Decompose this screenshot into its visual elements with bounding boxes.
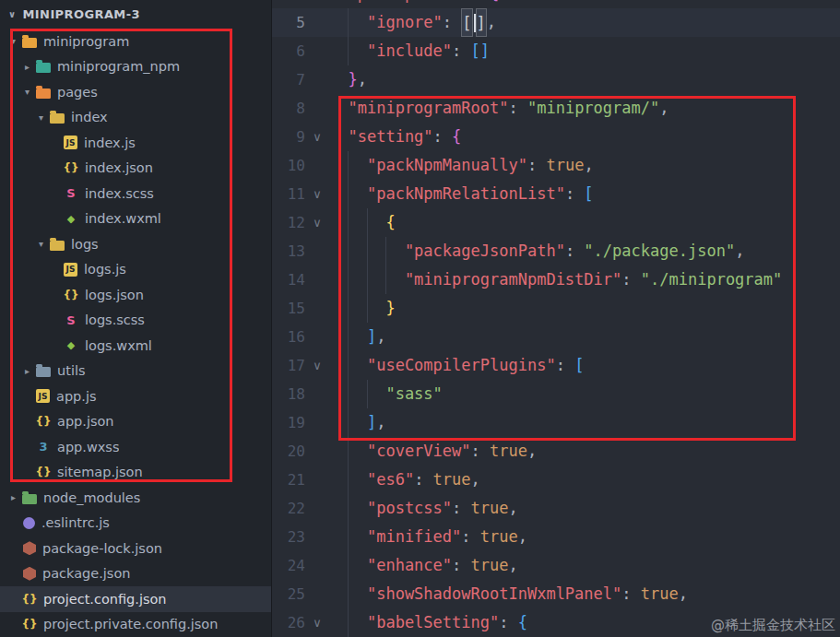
code-line-15[interactable]: 15}	[272, 294, 840, 323]
line-number: 4	[272, 0, 305, 8]
token: "showShadowRootInWxmlPanel"	[367, 580, 621, 608]
sidebar-item-miniprogram[interactable]: ▾miniprogram	[0, 29, 271, 54]
line-number: 18	[272, 380, 305, 408]
sidebar-item-miniprogram-npm[interactable]: ▸miniprogram_npm	[0, 54, 271, 80]
indent-guide	[329, 265, 348, 294]
sidebar-item-utils[interactable]: ▸utils	[0, 359, 271, 384]
token: ,	[679, 580, 688, 608]
code-line-6[interactable]: 6"include": []	[272, 37, 840, 65]
line-number: 6	[272, 37, 305, 65]
chevron-down-icon: ▾	[21, 87, 33, 97]
sidebar-item-app-wxss[interactable]: 3app.wxss	[0, 434, 271, 460]
token: :	[452, 494, 470, 523]
indent-guide	[329, 237, 348, 265]
sidebar-item-logs-js[interactable]: JSlogs.js	[0, 257, 271, 283]
sidebar-item-project-config-json[interactable]: {}project.config.json	[0, 586, 271, 612]
token: ,	[509, 494, 518, 523]
indent-guide	[348, 437, 366, 466]
sidebar-item-sitemap-json[interactable]: {}sitemap.json	[0, 460, 271, 486]
explorer-section-header[interactable]: ∨ MINIPROGRAM-3	[0, 0, 271, 29]
sidebar-item-node-modules[interactable]: ▸node_modules	[0, 485, 271, 511]
fold-chevron-icon[interactable]: ∨	[305, 608, 329, 637]
code-line-25[interactable]: 25"showShadowRootInWxmlPanel": true,	[272, 580, 840, 608]
code-line-11[interactable]: 11∨"packNpmRelationList": [	[272, 180, 840, 208]
code-line-24[interactable]: 24"enhance": true,	[272, 551, 840, 580]
code-text: "sass"	[329, 380, 443, 408]
code-line-7[interactable]: 7},	[272, 65, 840, 94]
file-name: utils	[57, 363, 86, 378]
code-line-4[interactable]: 4"packOptions": {	[272, 0, 840, 8]
sidebar-item-index-json[interactable]: {}index.json	[0, 156, 271, 182]
code-line-13[interactable]: 13"packageJsonPath": "./package.json",	[272, 237, 840, 265]
fold-chevron-icon[interactable]: ∨	[305, 351, 329, 380]
chevron-down-icon: ▾	[35, 239, 47, 249]
code-editor[interactable]: 4"packOptions": {5"ignore": [],6"include…	[272, 0, 840, 637]
sidebar-item-pages[interactable]: ▾pages	[0, 79, 271, 105]
file-name: logs.js	[84, 262, 126, 277]
fold-chevron-icon[interactable]: ∨	[305, 180, 329, 208]
code-line-23[interactable]: 23"minified": true,	[272, 523, 840, 551]
sidebar-item-package-lock-json[interactable]: package-lock.json	[0, 536, 271, 561]
code-line-5[interactable]: 5"ignore": [],	[272, 8, 840, 37]
sidebar-item-index-scss[interactable]: Sindex.scss	[0, 181, 271, 206]
fold-spacer	[305, 265, 329, 294]
line-number: 12	[272, 208, 305, 237]
token: :	[499, 608, 517, 637]
sidebar-item-app-js[interactable]: JSapp.js	[0, 383, 271, 409]
code-line-8[interactable]: 8"miniprogramRoot": "miniprogram/",	[272, 94, 840, 123]
token: :	[621, 265, 640, 294]
sidebar-item-eslintrc-js[interactable]: .eslintrc.js	[0, 511, 271, 537]
sidebar-item-logs-scss[interactable]: Slogs.scss	[0, 308, 271, 334]
file-name: .eslintrc.js	[41, 515, 110, 530]
code-line-16[interactable]: 16],	[272, 323, 840, 351]
sidebar-item-index-js[interactable]: JSindex.js	[0, 130, 271, 156]
wxss-icon: 3	[36, 440, 51, 454]
token: :	[414, 466, 432, 494]
code-line-14[interactable]: 14"miniprogramNpmDistDir": "./miniprogra…	[272, 265, 840, 294]
token: :	[565, 237, 584, 265]
line-number: 9	[272, 123, 305, 151]
token: "minified"	[367, 523, 461, 551]
indent-guide	[348, 151, 366, 180]
sidebar-item-index-wxml[interactable]: ◆index.wxml	[0, 206, 271, 232]
token: :	[527, 151, 546, 180]
indent-guide	[367, 380, 385, 408]
fold-spacer	[305, 8, 329, 37]
code-line-12[interactable]: 12∨{	[272, 208, 840, 237]
code-line-19[interactable]: 19],	[272, 408, 840, 437]
sidebar-item-package-json[interactable]: package.json	[0, 561, 271, 587]
code-line-9[interactable]: 9∨"setting": {	[272, 123, 840, 151]
fold-chevron-icon[interactable]: ∨	[305, 123, 329, 151]
code-line-21[interactable]: 21"es6": true,	[272, 466, 840, 494]
sass-icon: S	[64, 186, 78, 201]
token: {	[385, 208, 395, 237]
file-name: miniprogram_npm	[57, 59, 180, 74]
code-line-20[interactable]: 20"coverView": true,	[272, 437, 840, 466]
token: "coverView"	[367, 437, 471, 466]
code-line-22[interactable]: 22"postcss": true,	[272, 494, 840, 523]
code-line-18[interactable]: 18"sass"	[272, 380, 840, 408]
fold-spacer	[305, 294, 329, 323]
sidebar-item-index[interactable]: ▾index	[0, 105, 271, 131]
code-line-10[interactable]: 10"packNpmManually": true,	[272, 151, 840, 180]
line-number: 13	[272, 237, 305, 265]
code-line-17[interactable]: 17∨"useCompilerPlugins": [	[272, 351, 840, 380]
sidebar-item-logs[interactable]: ▾logs	[0, 231, 271, 257]
indent-guide	[329, 494, 348, 523]
sidebar-item-app-json[interactable]: {}app.json	[0, 409, 271, 435]
sidebar-item-project-private-config-json[interactable]: {}project.private.config.json	[0, 612, 271, 637]
sidebar-item-logs-wxml[interactable]: ◆logs.wxml	[0, 333, 271, 359]
sidebar-item-logs-json[interactable]: {}logs.json	[0, 282, 271, 308]
code-line-26[interactable]: 26∨"babelSetting": {	[272, 608, 840, 637]
fold-chevron-icon[interactable]: ∨	[305, 208, 329, 237]
token: ,	[358, 65, 367, 94]
token: "miniprogramRoot"	[348, 94, 508, 123]
indent-guide	[329, 323, 348, 351]
token: "babelSetting"	[367, 608, 499, 637]
indent-guide	[348, 523, 366, 551]
token: "ignore"	[367, 8, 443, 37]
file-name: project.config.json	[43, 592, 167, 607]
indent-guide	[329, 380, 348, 408]
code-text: "coverView": true,	[329, 437, 537, 466]
json-icon: {}	[36, 414, 51, 429]
